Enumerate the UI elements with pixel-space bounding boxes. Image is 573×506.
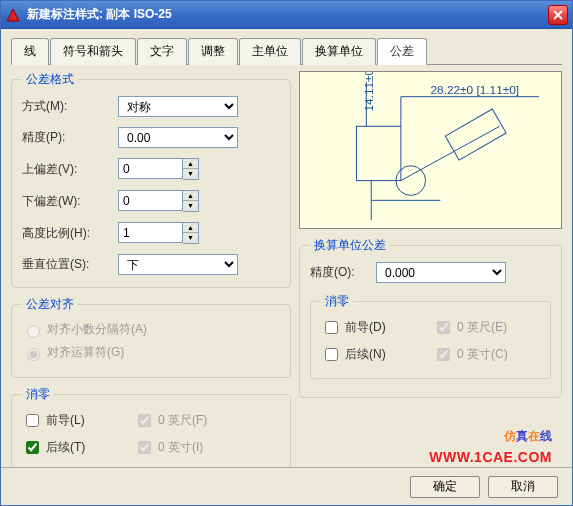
svg-line-4: [401, 126, 500, 180]
alt-zero-legend: 消零: [321, 293, 353, 310]
alt-zero-group: 消零 前导(D) 0 英尺(E): [310, 293, 551, 379]
align-operator-radio: [27, 348, 40, 361]
alt-feet-label: 0 英尺(E): [457, 319, 507, 336]
zero-suppress-legend: 消零: [22, 386, 54, 403]
tab-tolerances[interactable]: 公差: [377, 38, 427, 65]
window-title: 新建标注样式: 副本 ISO-25: [27, 6, 548, 23]
leading-label: 前导(L): [46, 412, 85, 429]
align-decimal-radio: [27, 325, 40, 338]
feet-check: [138, 414, 151, 427]
cancel-button[interactable]: 取消: [488, 476, 558, 498]
feet-label: 0 英尺(F): [158, 412, 207, 429]
tab-bar: 线 符号和箭头 文字 调整 主单位 换算单位 公差: [11, 37, 562, 65]
alignment-group: 公差对齐 对齐小数分隔符(A) 对齐运算符(G): [11, 296, 291, 378]
precision-label: 精度(P):: [22, 129, 112, 146]
right-column: 14.11±0 [1.556±0] 28.22±0 [1.11±0] 换算单位公…: [299, 71, 562, 480]
zero-suppress-group: 消零 前导(L) 0 英尺(F) 后续(T): [11, 386, 291, 472]
svg-text:28.22±0 [1.11±0]: 28.22±0 [1.11±0]: [431, 83, 520, 97]
trailing-check[interactable]: [26, 441, 39, 454]
preview-drawing: 14.11±0 [1.556±0] 28.22±0 [1.11±0]: [300, 72, 561, 228]
vpos-select[interactable]: 下: [118, 254, 238, 275]
alt-leading-check[interactable]: [325, 321, 338, 334]
inches-label: 0 英寸(I): [158, 439, 203, 456]
alt-trailing-label: 后续(N): [345, 346, 386, 363]
alt-inches-label: 0 英寸(C): [457, 346, 508, 363]
titlebar: 新建标注样式: 副本 ISO-25: [1, 1, 572, 29]
trailing-label: 后续(T): [46, 439, 85, 456]
preview-pane: 14.11±0 [1.556±0] 28.22±0 [1.11±0]: [299, 71, 562, 229]
align-decimal-label: 对齐小数分隔符(A): [47, 321, 147, 338]
upper-input[interactable]: [118, 158, 183, 179]
svg-rect-1: [356, 126, 400, 180]
alt-leading-label: 前导(D): [345, 319, 386, 336]
dialog-content: 线 符号和箭头 文字 调整 主单位 换算单位 公差 公差格式 方式(M): 对称: [1, 29, 572, 505]
leading-check[interactable]: [26, 414, 39, 427]
alt-inches-check: [437, 348, 450, 361]
tolerance-format-legend: 公差格式: [22, 71, 78, 88]
vpos-label: 垂直位置(S):: [22, 256, 112, 273]
svg-text:14.11±0 [1.556±0]: 14.11±0 [1.556±0]: [362, 72, 376, 111]
height-spinner[interactable]: ▲▼: [183, 222, 199, 244]
tolerance-panel: 公差格式 方式(M): 对称 精度(P): 0.00: [11, 71, 562, 480]
watermark-url: WWW.1CAE.COM: [429, 449, 552, 465]
tab-alt-units[interactable]: 换算单位: [302, 38, 376, 65]
height-input[interactable]: [118, 222, 183, 243]
tolerance-format-group: 公差格式 方式(M): 对称 精度(P): 0.00: [11, 71, 291, 288]
watermark-text: 仿真在线: [504, 424, 552, 445]
svg-rect-3: [445, 109, 506, 160]
button-bar: 确定 取消: [1, 467, 572, 505]
close-button[interactable]: [548, 5, 568, 25]
left-column: 公差格式 方式(M): 对称 精度(P): 0.00: [11, 71, 291, 480]
method-label: 方式(M):: [22, 98, 112, 115]
precision-select[interactable]: 0.00: [118, 127, 238, 148]
alt-units-group: 换算单位公差 精度(O): 0.000 消零 前导(D): [299, 237, 562, 398]
alignment-legend: 公差对齐: [22, 296, 78, 313]
upper-spinner[interactable]: ▲▼: [183, 158, 199, 180]
method-select[interactable]: 对称: [118, 96, 238, 117]
ok-button[interactable]: 确定: [410, 476, 480, 498]
alt-units-legend: 换算单位公差: [310, 237, 390, 254]
lower-spinner[interactable]: ▲▼: [183, 190, 199, 212]
dialog-window: 新建标注样式: 副本 ISO-25 线 符号和箭头 文字 调整 主单位 换算单位…: [0, 0, 573, 506]
upper-label: 上偏差(V):: [22, 161, 112, 178]
alt-trailing-check[interactable]: [325, 348, 338, 361]
align-operator-label: 对齐运算符(G): [47, 344, 124, 361]
tab-symbols[interactable]: 符号和箭头: [50, 38, 136, 65]
alt-precision-select[interactable]: 0.000: [376, 262, 506, 283]
tab-fit[interactable]: 调整: [188, 38, 238, 65]
height-label: 高度比例(H):: [22, 225, 112, 242]
lower-input[interactable]: [118, 190, 183, 211]
app-icon: [5, 7, 21, 23]
inches-check: [138, 441, 151, 454]
tab-text[interactable]: 文字: [137, 38, 187, 65]
tab-lines[interactable]: 线: [11, 38, 49, 65]
tab-primary-units[interactable]: 主单位: [239, 38, 301, 65]
lower-label: 下偏差(W):: [22, 193, 112, 210]
alt-precision-label: 精度(O):: [310, 264, 370, 281]
alt-feet-check: [437, 321, 450, 334]
svg-marker-0: [7, 9, 19, 21]
